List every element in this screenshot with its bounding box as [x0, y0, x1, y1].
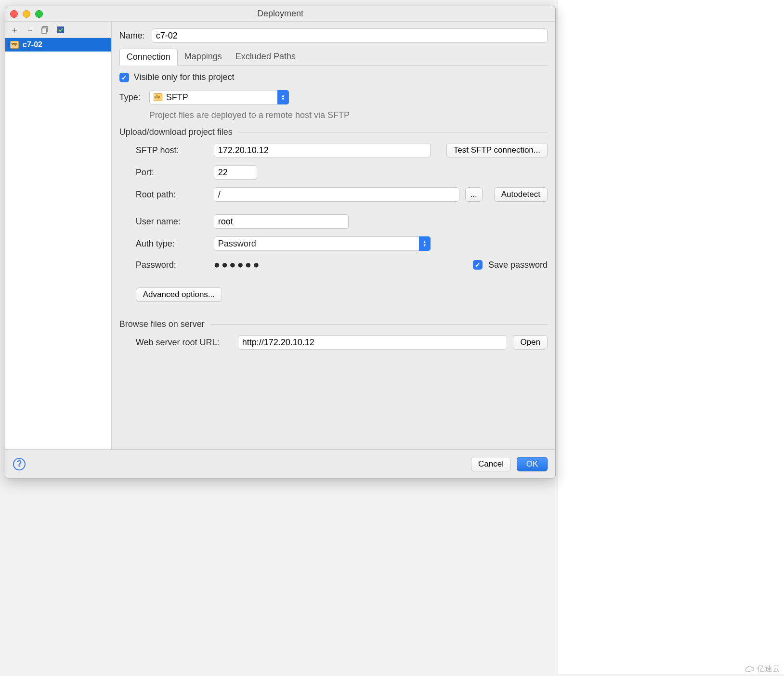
remove-button[interactable]: －: [25, 25, 35, 35]
visible-only-checkbox[interactable]: ✓: [119, 73, 129, 82]
help-icon[interactable]: ?: [13, 458, 26, 470]
advanced-options-button[interactable]: Advanced options...: [136, 287, 222, 302]
sftp-host-input[interactable]: [214, 143, 431, 157]
minimize-icon[interactable]: [23, 10, 30, 18]
save-password-checkbox[interactable]: ✓: [473, 260, 483, 270]
password-label: Password:: [136, 260, 208, 270]
watermark: 亿速云: [745, 664, 780, 674]
sidebar: ＋ － c7-02: [5, 22, 112, 449]
auth-type-label: Auth type:: [136, 239, 208, 249]
tab-bar: Connection Mappings Excluded Paths: [119, 49, 548, 65]
tab-connection[interactable]: Connection: [119, 49, 178, 65]
name-label: Name:: [119, 31, 145, 41]
content-panel: Name: Connection Mappings Excluded Paths…: [112, 22, 555, 449]
sftp-host-label: SFTP host:: [136, 145, 208, 156]
visible-only-label: Visible only for this project: [134, 72, 235, 82]
server-list[interactable]: c7-02: [5, 38, 111, 449]
window-controls: [10, 10, 43, 18]
section-upload: Upload/download project files: [119, 127, 548, 137]
save-password-label: Save password: [488, 260, 548, 270]
dialog-footer: ? Cancel OK: [5, 449, 555, 478]
web-root-label: Web server root URL:: [136, 338, 232, 348]
auth-type-select[interactable]: Password ▲▼: [214, 236, 431, 251]
sftp-icon: [10, 41, 19, 49]
add-button[interactable]: ＋: [9, 25, 20, 35]
chevron-updown-icon: ▲▼: [277, 90, 289, 104]
port-label: Port:: [136, 168, 208, 178]
web-root-input[interactable]: [238, 335, 508, 350]
server-item-label: c7-02: [23, 40, 42, 49]
sidebar-toolbar: ＋ －: [5, 22, 111, 38]
test-connection-button[interactable]: Test SFTP connection...: [446, 143, 548, 157]
section-browse: Browse files on server: [119, 319, 548, 329]
open-button[interactable]: Open: [513, 335, 548, 350]
type-hint: Project files are deployed to a remote h…: [149, 110, 548, 120]
cloud-icon: [745, 665, 755, 673]
type-select[interactable]: SFTP ▲▼: [149, 90, 289, 104]
cancel-button[interactable]: Cancel: [471, 457, 511, 471]
default-button[interactable]: [55, 25, 66, 35]
browse-root-button[interactable]: ...: [465, 187, 483, 202]
type-value: SFTP: [166, 92, 188, 103]
titlebar: Deployment: [5, 6, 555, 22]
username-label: User name:: [136, 217, 208, 227]
window-title: Deployment: [257, 9, 303, 19]
tab-excluded-paths[interactable]: Excluded Paths: [229, 49, 302, 65]
username-input[interactable]: [214, 214, 349, 229]
chevron-updown-icon: ▲▼: [419, 236, 431, 251]
autodetect-button[interactable]: Autodetect: [494, 187, 548, 202]
port-input[interactable]: [214, 165, 257, 180]
auth-type-value: Password: [218, 239, 256, 249]
root-path-label: Root path:: [136, 190, 208, 200]
server-item-c7-02[interactable]: c7-02: [5, 38, 111, 52]
background-panel: [558, 0, 784, 674]
close-icon[interactable]: [10, 10, 18, 18]
sftp-icon: [154, 93, 162, 101]
deployment-dialog: Deployment ＋ － c7-02: [5, 6, 556, 479]
root-path-input[interactable]: [214, 187, 459, 202]
svg-rect-1: [42, 28, 46, 33]
zoom-icon[interactable]: [35, 10, 43, 18]
password-input[interactable]: ●●●●●●: [214, 259, 349, 271]
tab-mappings[interactable]: Mappings: [178, 49, 229, 65]
name-input[interactable]: [152, 28, 548, 43]
copy-button[interactable]: [40, 25, 51, 35]
type-label: Type:: [119, 92, 143, 103]
ok-button[interactable]: OK: [517, 457, 548, 471]
